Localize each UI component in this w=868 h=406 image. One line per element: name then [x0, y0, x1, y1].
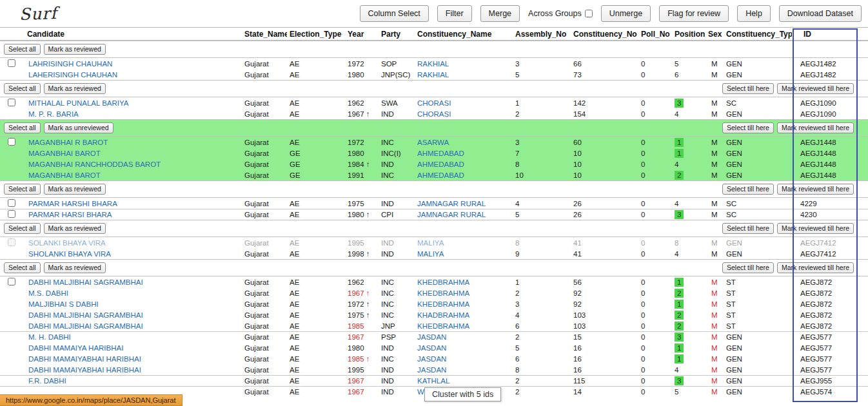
constituency-link[interactable]: RAKHIAL — [417, 71, 449, 79]
candidate-link[interactable]: LAHRISINGH CHAUHAN — [28, 60, 112, 68]
candidate-link[interactable]: PARMAR HARSI BHARA — [28, 211, 112, 218]
cell-year: 1967 — [345, 377, 379, 385]
select-till-here-button[interactable]: Select till here — [722, 83, 774, 94]
mark-reviewed-till-here-button[interactable]: Mark reviewed till here — [777, 262, 854, 273]
table-row: DABHI MAMAIYABHAI HARIBHAIGujaratAE1995I… — [0, 364, 868, 375]
constituency-link[interactable]: JASDAN — [417, 344, 446, 352]
cell-election-type: GE — [287, 150, 345, 157]
help-button[interactable]: Help — [737, 5, 771, 22]
select-till-here-button[interactable]: Select till here — [722, 223, 774, 234]
select-all-button[interactable]: Select all — [4, 122, 41, 133]
cell-position: 2 — [672, 322, 705, 331]
cluster-header-left: Select allMark as reviewed — [4, 184, 106, 195]
select-till-here-button[interactable]: Select till here — [722, 262, 774, 273]
cell-constituency-no: 26 — [571, 200, 638, 208]
constituency-link[interactable]: RAKHIAL — [417, 60, 449, 68]
candidate-link[interactable]: PARMAR HARSHI BHARA — [28, 200, 117, 208]
constituency-link[interactable]: AHMEDABAD — [417, 150, 464, 157]
candidate-link[interactable]: DABHI MALJIBHAI SAGRAMBHAI — [28, 322, 143, 330]
mark-reviewed-button[interactable]: Mark as reviewed — [44, 44, 106, 55]
constituency-link[interactable]: JASDAN — [417, 333, 446, 341]
position-value: 4 — [675, 250, 678, 258]
mark-reviewed-button[interactable]: Mark as reviewed — [44, 223, 106, 234]
cell-party: INC — [379, 355, 415, 363]
mark-reviewed-till-here-button[interactable]: Mark reviewed till here — [777, 184, 854, 195]
candidate-link[interactable]: LAHERISINGH CHAUHAN — [28, 71, 117, 79]
constituency-link[interactable]: AHMEDABAD — [417, 160, 464, 168]
across-groups-checkbox[interactable] — [585, 10, 593, 17]
constituency-link[interactable]: JAMNAGAR RURAL — [417, 200, 486, 208]
mark-reviewed-till-here-button[interactable]: Mark reviewed till here — [777, 223, 854, 234]
select-till-here-button[interactable]: Select till here — [722, 184, 774, 195]
cluster-tooltip: Cluster with 5 ids — [424, 387, 501, 401]
cell-id: AEGJ577 — [792, 333, 868, 341]
constituency-link[interactable]: W — [417, 388, 424, 396]
candidate-link[interactable]: M.S. DABHI — [28, 289, 68, 297]
row-checkbox[interactable] — [8, 199, 15, 207]
candidate-link[interactable]: SHOLANKI BHAYA VIRA — [28, 250, 111, 258]
constituency-link[interactable]: CHORASI — [417, 99, 451, 107]
cell-constituency-type: GEN — [724, 71, 792, 79]
constituency-link[interactable]: MALIYA — [417, 250, 444, 258]
constituency-link[interactable]: AHMEDABAD — [417, 171, 464, 179]
constituency-link[interactable]: KHEDBRAHMA — [417, 322, 469, 330]
row-checkbox[interactable] — [8, 278, 15, 285]
cell-party: JNP — [379, 322, 415, 330]
constituency-link[interactable]: KATHLAL — [417, 377, 449, 385]
mark-reviewed-button[interactable]: Mark as reviewed — [44, 83, 106, 94]
cell-sex: M — [705, 200, 724, 208]
candidate-link[interactable]: DABHI MAMAIYA HARIBHAI — [28, 344, 123, 352]
mark-reviewed-button[interactable]: Mark as reviewed — [44, 262, 106, 273]
row-checkbox[interactable] — [8, 238, 15, 246]
candidate-link[interactable]: M. P. R. BARIA — [28, 110, 79, 118]
constituency-link[interactable]: KHEDBRAHMA — [417, 278, 469, 286]
mark-reviewed-button[interactable]: Mark as reviewed — [44, 184, 106, 195]
candidate-link[interactable]: DABHI MAMAIYABHAI HARIBHAI — [28, 366, 141, 374]
row-checkbox[interactable] — [8, 138, 15, 146]
row-checkbox[interactable] — [8, 59, 15, 67]
row-checkbox[interactable] — [8, 210, 15, 218]
constituency-link[interactable]: CHORASI — [417, 110, 451, 118]
constituency-link[interactable]: JASDAN — [417, 366, 446, 374]
candidate-link[interactable]: MITHALAL PUNALAL BARIYA — [28, 99, 129, 107]
mark-reviewed-till-here-button[interactable]: Mark reviewed till here — [777, 122, 854, 133]
candidate-link[interactable]: F.R. DABHI — [28, 377, 66, 385]
candidate-link[interactable]: MAGANBHAI RANCHHODDAS BAROT — [28, 160, 161, 168]
column-select-button[interactable]: Column Select — [360, 5, 429, 22]
cell-assembly-no: 6 — [513, 322, 571, 330]
select-all-button[interactable]: Select all — [4, 44, 41, 55]
select-all-button[interactable]: Select all — [4, 83, 41, 94]
cell-year: 1967 ↑ — [345, 289, 379, 297]
candidate-link[interactable]: DABHI MALJIBHAI SAGRAMBHAI — [28, 311, 143, 319]
mark-reviewed-button[interactable]: Mark as unreviewed — [44, 122, 113, 133]
flag-for-review-button[interactable]: Flag for review — [659, 5, 729, 22]
candidate-link[interactable]: SOLANKI BHAYA VIRA — [28, 239, 106, 247]
select-all-button[interactable]: Select all — [4, 262, 41, 273]
select-all-button[interactable]: Select all — [4, 223, 41, 234]
constituency-link[interactable]: KHEDBRAHMA — [417, 289, 469, 297]
constituency-link[interactable]: JAMNAGAR RURAL — [417, 211, 486, 218]
download-dataset-button[interactable]: Download Dataset — [779, 5, 862, 22]
candidate-link[interactable]: MAGANBHAI R BAROT — [28, 139, 108, 146]
candidate-link[interactable]: DABHI MAMAIYABHAI HARIBHAI — [28, 355, 141, 363]
select-till-here-button[interactable]: Select till here — [722, 122, 774, 133]
cell-poll-no: 0 — [638, 150, 672, 157]
filter-button[interactable]: Filter — [437, 5, 472, 22]
constituency-link[interactable]: JASDAN — [417, 355, 446, 363]
candidate-link[interactable]: M. H. DABHI — [28, 333, 71, 341]
candidate-link[interactable]: MALJIBHAI S DABHI — [28, 300, 99, 308]
candidate-link[interactable]: DABHI MALJIBHAI SAGRAMBHAI — [28, 278, 143, 286]
cell-party: PSP — [379, 333, 415, 341]
mark-reviewed-till-here-button[interactable]: Mark reviewed till here — [777, 83, 854, 94]
constituency-link[interactable]: KHADBRAHMA — [417, 311, 469, 319]
constituency-link[interactable]: ASARWA — [417, 139, 449, 146]
constituency-link[interactable]: MALIYA — [417, 239, 444, 247]
constituency-link[interactable]: KHEDBRAHMA — [417, 300, 469, 308]
unmerge-button[interactable]: Unmerge — [601, 5, 651, 22]
cell-candidate: DABHI MALJIBHAI SAGRAMBHAI — [25, 322, 242, 330]
candidate-link[interactable]: MAGANBHAI BAROT — [28, 150, 101, 157]
row-checkbox[interactable] — [8, 99, 15, 106]
select-all-button[interactable]: Select all — [4, 184, 41, 195]
merge-button[interactable]: Merge — [480, 5, 520, 22]
candidate-link[interactable]: MAGANBHAI BAROT — [28, 171, 101, 179]
